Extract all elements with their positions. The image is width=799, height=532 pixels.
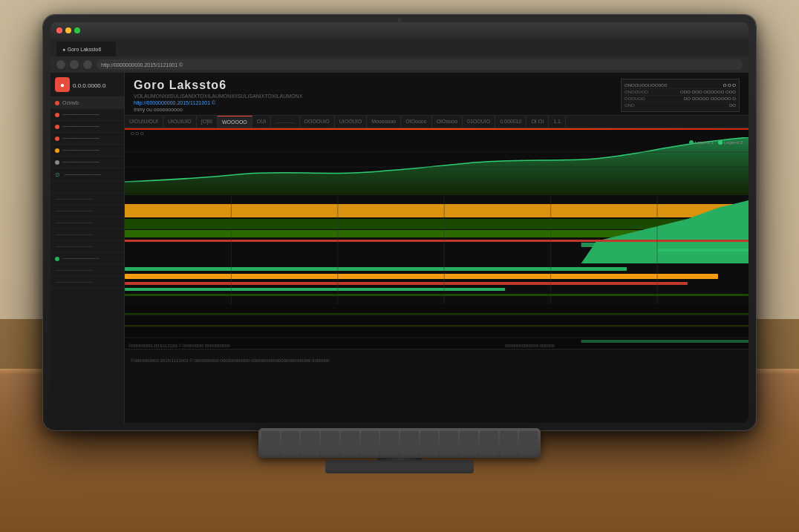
detail-svg: ©0000000000.2015/1121001 © 0000000000 00… <box>125 304 749 349</box>
tab-6[interactable]: OOOOUIO <box>300 116 335 128</box>
key-8[interactable] <box>400 431 419 455</box>
sidebar-item-4[interactable]: ────────── <box>50 145 124 157</box>
tab-7[interactable]: UIOOUIO <box>335 116 367 128</box>
stats-label-1: ONOOUOO <box>624 90 648 94</box>
key-4[interactable] <box>321 431 339 455</box>
sidebar-item-label-9: ────────── <box>55 208 92 214</box>
key-12[interactable] <box>480 431 498 455</box>
detail-value: 0000000000000000 0000000 <box>505 344 555 348</box>
sidebar-item-10[interactable]: ────────── <box>50 217 124 229</box>
tab-10[interactable]: OIOouoo <box>432 116 463 128</box>
sidebar-item-label-0: Ocirwb <box>62 100 79 105</box>
sidebar-dot-5 <box>55 160 59 165</box>
sidebar-item-9[interactable]: ────────── <box>50 206 124 217</box>
reload-button[interactable] <box>83 60 92 69</box>
key-13[interactable] <box>500 431 518 455</box>
tab-12[interactable]: 0.000010 <box>495 116 526 128</box>
stats-row-3: ONO OO <box>624 102 736 108</box>
tab-2[interactable]: [O]III <box>197 116 218 128</box>
key-9[interactable] <box>420 431 439 455</box>
tab-8[interactable]: Mouoouoo <box>367 116 401 128</box>
footer-text: ©0000000000.2015/1121001 © 0000000000 00… <box>131 358 329 363</box>
sidebar-item-label-1: ────────── <box>62 112 100 117</box>
sidebar-item-label-3: ────────── <box>62 136 100 141</box>
tab-14[interactable]: 1.1 <box>549 116 566 128</box>
sidebar-item-13[interactable]: ────────── <box>50 253 124 265</box>
stats-value-0: O O O <box>723 83 736 88</box>
sidebar-app-icon: ● <box>55 77 70 92</box>
browser-titlebar <box>50 22 749 39</box>
sidebar-item-11[interactable]: ────────── <box>50 229 124 241</box>
tab-0[interactable]: UIOUIUIOUI <box>125 116 163 128</box>
tab-4[interactable]: OUI <box>252 116 271 128</box>
stats-row-1: ONOOUOO OOO OOO OOOOOO OOO <box>624 89 736 96</box>
sidebar-item-6[interactable]: ⊙ ────────── <box>50 168 124 182</box>
page-url: http://0000000000.2015/1121001 © <box>134 100 302 105</box>
sidebar-item-14[interactable]: ────────── <box>50 265 124 277</box>
tab-1[interactable]: UIOUIUIO <box>163 116 197 128</box>
sidebar-icon-symbol: ● <box>60 81 65 89</box>
timeline-svg <box>125 263 749 304</box>
sidebar-item-1[interactable]: ────────── <box>50 109 124 121</box>
sidebar-item-label-13: ────────── <box>62 256 100 261</box>
area-chart-svg <box>125 137 749 195</box>
chart-stacked <box>125 197 749 263</box>
tab-favicon: ● <box>62 47 65 52</box>
sidebar-item-label-4: ────────── <box>62 148 100 153</box>
key-3[interactable] <box>301 431 319 455</box>
sidebar-dot-2 <box>55 125 59 129</box>
tab-13[interactable]: OI OI <box>526 116 549 128</box>
stats-value-2: OO OOOOO OOOOOO O <box>684 96 736 101</box>
key-11[interactable] <box>460 431 478 455</box>
close-button[interactable] <box>56 27 62 33</box>
sidebar-item-3[interactable]: ────────── <box>50 133 124 145</box>
bottom-footer: ©0000000000.2015/1121001 © 0000000000 00… <box>125 349 749 371</box>
maximize-button[interactable] <box>74 27 80 33</box>
address-input[interactable]: http://0000000000.2015/1121001 © <box>97 59 743 70</box>
monitor: ● Goro Lakssto6 http://0000000000.2015/1… <box>43 15 756 473</box>
sidebar-dot-4 <box>55 148 59 153</box>
sidebar-item-5[interactable]: ────────── <box>50 157 124 168</box>
back-button[interactable] <box>56 60 65 69</box>
sidebar-dot-3 <box>55 137 59 141</box>
page-title: Goro Lakssto6 <box>134 79 302 92</box>
detail-band-2 <box>125 325 749 326</box>
tab-3[interactable]: WOOOOO <box>218 116 252 128</box>
sidebar-header: ● 0.0.0.0000.0 <box>50 73 124 97</box>
key-14[interactable] <box>519 431 538 455</box>
key-5[interactable] <box>341 431 359 455</box>
stats-label-2: OOOUOO <box>624 96 645 101</box>
tab-5[interactable]: ............. <box>271 116 299 128</box>
chart-area-label: O O O <box>125 130 749 137</box>
sidebar-item-label-11: ────────── <box>55 232 92 237</box>
sidebar-item-12[interactable]: ────────── <box>50 241 124 253</box>
sidebar-item-2[interactable]: ────────── <box>50 121 124 133</box>
page-header: Goro Lakssto6 VOLAUMONXIISULISANIXTOXILA… <box>125 73 749 116</box>
browser: ● Goro Lakssto6 http://0000000000.2015/1… <box>50 22 749 423</box>
sidebar-dot-13 <box>55 257 59 261</box>
sidebar-item-0[interactable]: Ocirwb <box>50 97 124 109</box>
legend-label-0: Legend 1 <box>695 140 714 145</box>
keyboard[interactable] <box>258 428 541 458</box>
sidebar-dot-1 <box>55 113 59 117</box>
address-url: http://0000000000.2015/1121001 © <box>101 62 183 68</box>
key-1[interactable] <box>261 431 280 455</box>
tab-9[interactable]: OIOouoo <box>401 116 431 128</box>
chart-details: ©0000000000.2015/1121001 © 0000000000 00… <box>125 304 749 349</box>
key-10[interactable] <box>440 431 458 455</box>
sidebar-item-8[interactable]: ────────── <box>50 194 124 206</box>
tab-11[interactable]: 01OOUIO <box>463 116 495 128</box>
key-6[interactable] <box>361 431 379 455</box>
browser-tab[interactable]: ● Goro Lakssto6 <box>56 42 116 56</box>
band-orange <box>125 204 749 217</box>
sidebar-item-15[interactable]: ────────── <box>50 277 124 289</box>
key-7[interactable] <box>380 431 399 455</box>
monitor-bezel: ● Goro Lakssto6 http://0000000000.2015/1… <box>43 15 756 430</box>
key-2[interactable] <box>281 431 300 455</box>
minimize-button[interactable] <box>65 27 71 33</box>
sidebar-item-7[interactable]: · · · · · <box>50 182 124 194</box>
chart-timeline <box>125 263 749 304</box>
legend-dot-0 <box>689 140 694 145</box>
forward-button[interactable] <box>70 60 79 69</box>
sidebar-app-name: 0.0.0.0000.0 <box>73 82 105 89</box>
